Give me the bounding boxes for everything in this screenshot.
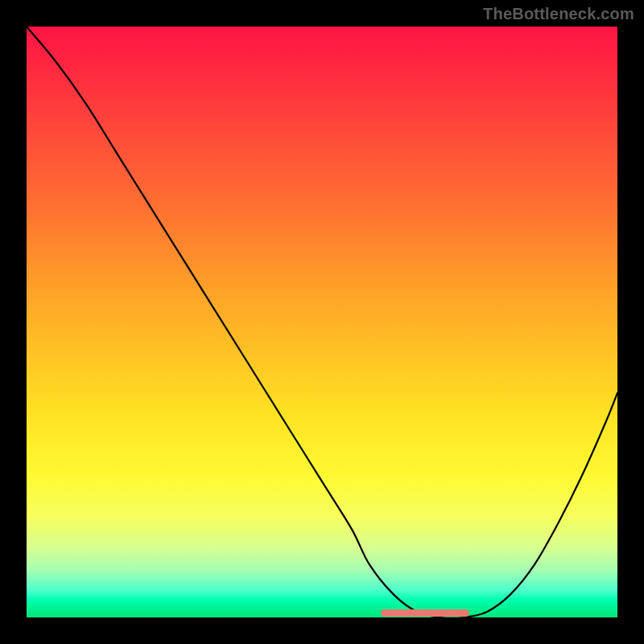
watermark-text: TheBottleneck.com bbox=[483, 5, 634, 23]
curve-svg bbox=[27, 27, 617, 617]
chart-frame: TheBottleneck.com bbox=[0, 0, 644, 644]
plot-area bbox=[27, 27, 617, 617]
flat-region-marker bbox=[381, 609, 469, 617]
bottleneck-curve bbox=[27, 27, 617, 617]
